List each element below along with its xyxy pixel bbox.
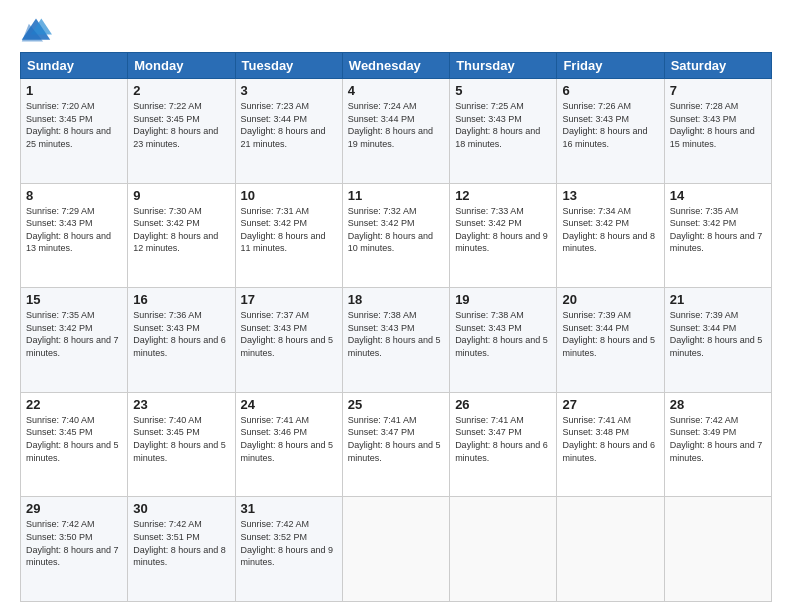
day-info: Sunrise: 7:32 AM Sunset: 3:42 PM Dayligh… bbox=[348, 205, 444, 255]
day-info: Sunrise: 7:42 AM Sunset: 3:50 PM Dayligh… bbox=[26, 518, 122, 568]
day-number: 29 bbox=[26, 501, 122, 516]
day-number: 12 bbox=[455, 188, 551, 203]
day-info: Sunrise: 7:41 AM Sunset: 3:48 PM Dayligh… bbox=[562, 414, 658, 464]
day-info: Sunrise: 7:26 AM Sunset: 3:43 PM Dayligh… bbox=[562, 100, 658, 150]
logo bbox=[20, 16, 54, 44]
day-info: Sunrise: 7:42 AM Sunset: 3:52 PM Dayligh… bbox=[241, 518, 337, 568]
calendar-cell: 6 Sunrise: 7:26 AM Sunset: 3:43 PM Dayli… bbox=[557, 79, 664, 184]
header bbox=[20, 16, 772, 44]
day-info: Sunrise: 7:29 AM Sunset: 3:43 PM Dayligh… bbox=[26, 205, 122, 255]
calendar-cell: 3 Sunrise: 7:23 AM Sunset: 3:44 PM Dayli… bbox=[235, 79, 342, 184]
day-number: 6 bbox=[562, 83, 658, 98]
day-info: Sunrise: 7:30 AM Sunset: 3:42 PM Dayligh… bbox=[133, 205, 229, 255]
calendar-cell: 14 Sunrise: 7:35 AM Sunset: 3:42 PM Dayl… bbox=[664, 183, 771, 288]
calendar-cell: 23 Sunrise: 7:40 AM Sunset: 3:45 PM Dayl… bbox=[128, 392, 235, 497]
day-header-tuesday: Tuesday bbox=[235, 53, 342, 79]
day-info: Sunrise: 7:20 AM Sunset: 3:45 PM Dayligh… bbox=[26, 100, 122, 150]
day-number: 21 bbox=[670, 292, 766, 307]
calendar-cell: 21 Sunrise: 7:39 AM Sunset: 3:44 PM Dayl… bbox=[664, 288, 771, 393]
day-number: 5 bbox=[455, 83, 551, 98]
day-info: Sunrise: 7:40 AM Sunset: 3:45 PM Dayligh… bbox=[133, 414, 229, 464]
calendar-cell: 10 Sunrise: 7:31 AM Sunset: 3:42 PM Dayl… bbox=[235, 183, 342, 288]
day-number: 8 bbox=[26, 188, 122, 203]
calendar-cell: 9 Sunrise: 7:30 AM Sunset: 3:42 PM Dayli… bbox=[128, 183, 235, 288]
calendar-cell: 31 Sunrise: 7:42 AM Sunset: 3:52 PM Dayl… bbox=[235, 497, 342, 602]
day-number: 18 bbox=[348, 292, 444, 307]
calendar-cell: 17 Sunrise: 7:37 AM Sunset: 3:43 PM Dayl… bbox=[235, 288, 342, 393]
calendar-cell: 4 Sunrise: 7:24 AM Sunset: 3:44 PM Dayli… bbox=[342, 79, 449, 184]
day-number: 22 bbox=[26, 397, 122, 412]
day-number: 27 bbox=[562, 397, 658, 412]
day-number: 4 bbox=[348, 83, 444, 98]
day-info: Sunrise: 7:33 AM Sunset: 3:42 PM Dayligh… bbox=[455, 205, 551, 255]
day-info: Sunrise: 7:25 AM Sunset: 3:43 PM Dayligh… bbox=[455, 100, 551, 150]
day-info: Sunrise: 7:38 AM Sunset: 3:43 PM Dayligh… bbox=[455, 309, 551, 359]
day-number: 14 bbox=[670, 188, 766, 203]
calendar-cell: 13 Sunrise: 7:34 AM Sunset: 3:42 PM Dayl… bbox=[557, 183, 664, 288]
page: SundayMondayTuesdayWednesdayThursdayFrid… bbox=[0, 0, 792, 612]
calendar-cell: 8 Sunrise: 7:29 AM Sunset: 3:43 PM Dayli… bbox=[21, 183, 128, 288]
day-number: 1 bbox=[26, 83, 122, 98]
day-info: Sunrise: 7:31 AM Sunset: 3:42 PM Dayligh… bbox=[241, 205, 337, 255]
calendar-cell: 30 Sunrise: 7:42 AM Sunset: 3:51 PM Dayl… bbox=[128, 497, 235, 602]
calendar-cell: 16 Sunrise: 7:36 AM Sunset: 3:43 PM Dayl… bbox=[128, 288, 235, 393]
day-number: 13 bbox=[562, 188, 658, 203]
calendar-cell: 20 Sunrise: 7:39 AM Sunset: 3:44 PM Dayl… bbox=[557, 288, 664, 393]
week-row-4: 22 Sunrise: 7:40 AM Sunset: 3:45 PM Dayl… bbox=[21, 392, 772, 497]
day-header-saturday: Saturday bbox=[664, 53, 771, 79]
day-number: 26 bbox=[455, 397, 551, 412]
calendar-table: SundayMondayTuesdayWednesdayThursdayFrid… bbox=[20, 52, 772, 602]
day-info: Sunrise: 7:39 AM Sunset: 3:44 PM Dayligh… bbox=[562, 309, 658, 359]
day-info: Sunrise: 7:24 AM Sunset: 3:44 PM Dayligh… bbox=[348, 100, 444, 150]
calendar-cell: 12 Sunrise: 7:33 AM Sunset: 3:42 PM Dayl… bbox=[450, 183, 557, 288]
day-header-thursday: Thursday bbox=[450, 53, 557, 79]
day-number: 10 bbox=[241, 188, 337, 203]
day-number: 31 bbox=[241, 501, 337, 516]
day-number: 2 bbox=[133, 83, 229, 98]
calendar-cell: 25 Sunrise: 7:41 AM Sunset: 3:47 PM Dayl… bbox=[342, 392, 449, 497]
week-row-2: 8 Sunrise: 7:29 AM Sunset: 3:43 PM Dayli… bbox=[21, 183, 772, 288]
day-number: 25 bbox=[348, 397, 444, 412]
day-info: Sunrise: 7:39 AM Sunset: 3:44 PM Dayligh… bbox=[670, 309, 766, 359]
day-number: 17 bbox=[241, 292, 337, 307]
day-header-monday: Monday bbox=[128, 53, 235, 79]
calendar-cell: 24 Sunrise: 7:41 AM Sunset: 3:46 PM Dayl… bbox=[235, 392, 342, 497]
calendar-cell: 22 Sunrise: 7:40 AM Sunset: 3:45 PM Dayl… bbox=[21, 392, 128, 497]
calendar-cell: 26 Sunrise: 7:41 AM Sunset: 3:47 PM Dayl… bbox=[450, 392, 557, 497]
calendar-cell bbox=[557, 497, 664, 602]
calendar-cell bbox=[664, 497, 771, 602]
week-row-5: 29 Sunrise: 7:42 AM Sunset: 3:50 PM Dayl… bbox=[21, 497, 772, 602]
calendar-cell: 11 Sunrise: 7:32 AM Sunset: 3:42 PM Dayl… bbox=[342, 183, 449, 288]
day-number: 28 bbox=[670, 397, 766, 412]
week-row-3: 15 Sunrise: 7:35 AM Sunset: 3:42 PM Dayl… bbox=[21, 288, 772, 393]
day-header-wednesday: Wednesday bbox=[342, 53, 449, 79]
logo-icon bbox=[20, 16, 52, 44]
day-number: 24 bbox=[241, 397, 337, 412]
day-info: Sunrise: 7:28 AM Sunset: 3:43 PM Dayligh… bbox=[670, 100, 766, 150]
day-info: Sunrise: 7:37 AM Sunset: 3:43 PM Dayligh… bbox=[241, 309, 337, 359]
week-row-1: 1 Sunrise: 7:20 AM Sunset: 3:45 PM Dayli… bbox=[21, 79, 772, 184]
calendar-cell: 18 Sunrise: 7:38 AM Sunset: 3:43 PM Dayl… bbox=[342, 288, 449, 393]
day-info: Sunrise: 7:35 AM Sunset: 3:42 PM Dayligh… bbox=[670, 205, 766, 255]
calendar-cell: 29 Sunrise: 7:42 AM Sunset: 3:50 PM Dayl… bbox=[21, 497, 128, 602]
calendar-cell: 19 Sunrise: 7:38 AM Sunset: 3:43 PM Dayl… bbox=[450, 288, 557, 393]
calendar-cell: 27 Sunrise: 7:41 AM Sunset: 3:48 PM Dayl… bbox=[557, 392, 664, 497]
day-number: 7 bbox=[670, 83, 766, 98]
day-info: Sunrise: 7:23 AM Sunset: 3:44 PM Dayligh… bbox=[241, 100, 337, 150]
day-header-row: SundayMondayTuesdayWednesdayThursdayFrid… bbox=[21, 53, 772, 79]
calendar-cell: 7 Sunrise: 7:28 AM Sunset: 3:43 PM Dayli… bbox=[664, 79, 771, 184]
calendar-cell: 1 Sunrise: 7:20 AM Sunset: 3:45 PM Dayli… bbox=[21, 79, 128, 184]
day-info: Sunrise: 7:42 AM Sunset: 3:49 PM Dayligh… bbox=[670, 414, 766, 464]
calendar-cell bbox=[342, 497, 449, 602]
day-header-friday: Friday bbox=[557, 53, 664, 79]
day-number: 20 bbox=[562, 292, 658, 307]
day-info: Sunrise: 7:41 AM Sunset: 3:46 PM Dayligh… bbox=[241, 414, 337, 464]
day-number: 15 bbox=[26, 292, 122, 307]
day-info: Sunrise: 7:42 AM Sunset: 3:51 PM Dayligh… bbox=[133, 518, 229, 568]
day-number: 19 bbox=[455, 292, 551, 307]
calendar-cell: 15 Sunrise: 7:35 AM Sunset: 3:42 PM Dayl… bbox=[21, 288, 128, 393]
day-number: 16 bbox=[133, 292, 229, 307]
day-info: Sunrise: 7:41 AM Sunset: 3:47 PM Dayligh… bbox=[455, 414, 551, 464]
day-number: 30 bbox=[133, 501, 229, 516]
calendar-cell: 5 Sunrise: 7:25 AM Sunset: 3:43 PM Dayli… bbox=[450, 79, 557, 184]
